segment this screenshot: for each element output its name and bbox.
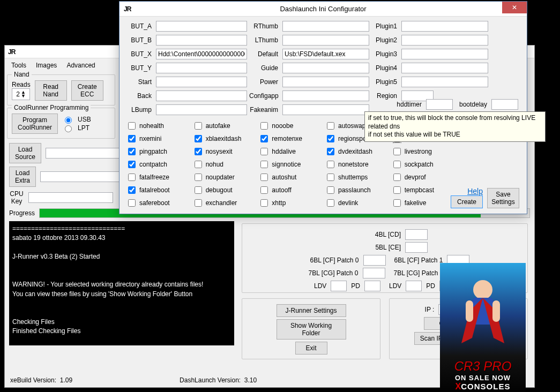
checkbox-fakelive[interactable]: fakelive — [391, 198, 454, 208]
path-label-but_a: BUT_A — [126, 22, 154, 30]
path-input-but_a[interactable] — [156, 21, 247, 32]
path-label-back: Back — [126, 92, 154, 100]
checkbox-devlink[interactable]: devlink — [325, 198, 388, 208]
jr-logo-icon: JR — [124, 5, 131, 13]
path-input-back[interactable] — [156, 91, 247, 101]
checkbox-xblaexitdash[interactable]: xblaexitdash — [192, 133, 256, 144]
path-input-lbump[interactable] — [156, 104, 247, 115]
checkbox-fatalreboot[interactable]: fatalreboot — [126, 185, 189, 195]
path-input-configapp[interactable] — [282, 91, 369, 101]
ldv1-input[interactable] — [406, 281, 422, 291]
checkbox-nonetstore[interactable]: nonetstore — [325, 159, 388, 170]
path-label-guide: Guide — [249, 64, 280, 72]
coolrunner-group: CoolRunner Programming Program CoolRunne… — [7, 108, 115, 139]
checkbox-livestrong[interactable]: livestrong — [391, 146, 454, 157]
path-input-rthumb[interactable] — [282, 21, 369, 32]
promo-brand: XCONSOLES — [456, 382, 511, 391]
save-settings-button[interactable]: Save Settings — [487, 188, 519, 208]
jrunner-settings-button[interactable]: J-Runner Settings — [277, 304, 346, 317]
4bl-input[interactable] — [405, 229, 428, 240]
path-input-but_x[interactable] — [156, 49, 247, 59]
show-folder-button[interactable]: Show Working Folder — [277, 319, 346, 340]
checkbox-dvdexitdash[interactable]: dvdexitdash — [325, 146, 388, 157]
path-label-but_x: BUT_X — [126, 50, 154, 58]
path-input-power[interactable] — [282, 77, 369, 87]
promo-title: CR3 PRO — [454, 359, 512, 374]
path-input-guide[interactable] — [282, 63, 369, 73]
svg-rect-2 — [466, 300, 473, 322]
load-extra-input[interactable] — [40, 171, 125, 182]
dashlaunch-title: Dashlaunch Ini Configurator — [280, 5, 366, 13]
usb-radio[interactable]: USB — [62, 115, 91, 124]
checkbox-debugout[interactable]: debugout — [192, 185, 256, 195]
close-button[interactable]: ✕ — [502, 2, 527, 13]
menu-tools[interactable]: Tools — [11, 62, 26, 69]
checkbox-noupdater[interactable]: noupdater — [192, 172, 256, 183]
7bl-p0-input[interactable] — [363, 268, 385, 278]
promo-banner: CR3 PRO ON SALE NOW XCONSOLES — [440, 263, 526, 392]
menu-images[interactable]: Images — [36, 62, 57, 69]
checkbox-nooobe[interactable]: nooobe — [258, 120, 322, 131]
checkbox-nxemini[interactable]: nxemini — [126, 133, 189, 144]
path-input-but_b[interactable] — [156, 35, 247, 46]
cpu-key-label: CPU Key — [9, 190, 24, 205]
jr-logo: JR — [8, 48, 15, 56]
exit-button[interactable]: Exit — [295, 342, 327, 355]
path-label-start: Start — [126, 78, 154, 86]
checkbox-devprof[interactable]: devprof — [391, 172, 454, 183]
checkbox-nosysexit[interactable]: nosysexit — [192, 146, 256, 157]
path-input-plugin1[interactable] — [401, 21, 488, 32]
pd0-input[interactable] — [364, 281, 380, 291]
path-input-plugin4[interactable] — [401, 63, 488, 73]
path-label-but_b: BUT_B — [126, 36, 154, 44]
menu-advanced[interactable]: Advanced — [66, 62, 95, 69]
checkbox-exchandler[interactable]: exchandler — [192, 198, 256, 208]
checkbox-pingpatch[interactable]: pingpatch — [126, 146, 189, 157]
checkbox-contpatch[interactable]: contpatch — [126, 159, 189, 170]
hero-graphic — [440, 263, 526, 349]
path-input-plugin3[interactable] — [401, 49, 488, 59]
path-input-but_y[interactable] — [156, 63, 247, 73]
path-input-plugin5[interactable] — [401, 77, 488, 87]
lpt-radio[interactable]: LPT — [62, 124, 91, 132]
checkbox-safereboot[interactable]: safereboot — [126, 198, 189, 208]
load-source-input[interactable] — [46, 148, 130, 159]
checkbox-xhttp[interactable]: xhttp — [258, 198, 322, 208]
checkbox-fatalfreeze[interactable]: fatalfreeze — [126, 172, 189, 183]
program-coolrunner-button[interactable]: Program CoolRunner — [12, 114, 58, 134]
path-input-default[interactable] — [282, 49, 369, 59]
ldv0-input[interactable] — [331, 281, 347, 291]
load-source-button[interactable]: Load Source — [9, 143, 41, 163]
6bl-p0-input[interactable] — [363, 255, 386, 266]
path-input-fakeanim[interactable] — [282, 104, 369, 115]
checkbox-hddalive[interactable]: hddalive — [258, 146, 322, 157]
cpu-key-input[interactable] — [28, 192, 113, 203]
checkbox-passlaunch[interactable]: passlaunch — [325, 185, 388, 195]
checkbox-autofake[interactable]: autofake — [192, 120, 256, 131]
checkbox-nohud[interactable]: nohud — [192, 159, 256, 170]
checkbox-remotenxe[interactable]: remotenxe — [258, 133, 322, 144]
reads-spinner[interactable]: 2 ▲▼ — [12, 88, 30, 100]
extra-input[interactable] — [491, 99, 518, 110]
checkbox-signnotice[interactable]: signnotice — [258, 159, 322, 170]
path-input-lthumb[interactable] — [282, 35, 369, 46]
checkbox-tempbcast[interactable]: tempbcast — [391, 185, 454, 195]
checkbox-shuttemps[interactable]: shuttemps — [325, 172, 388, 183]
path-input-plugin2[interactable] — [401, 35, 488, 46]
dashlaunch-window: JR Dashlaunch Ini Configurator ✕ BUT_ART… — [119, 1, 527, 214]
checkbox-nohealth[interactable]: nohealth — [126, 120, 189, 131]
create-ecc-button[interactable]: Create ECC — [71, 80, 103, 101]
checkbox-sockpatch[interactable]: sockpatch — [391, 159, 454, 170]
path-input-start[interactable] — [156, 77, 247, 87]
path-label-fakeanim: Fakeanim — [249, 106, 280, 114]
read-nand-button[interactable]: Read Nand — [35, 80, 67, 101]
path-label-lbump: LBump — [126, 106, 154, 114]
dashlaunch-titlebar: JR Dashlaunch Ini Configurator ✕ — [120, 2, 527, 17]
checkbox-autoshut[interactable]: autoshut — [258, 172, 322, 183]
help-link[interactable]: Help — [467, 187, 483, 195]
extra-input[interactable] — [426, 99, 453, 110]
5bl-input[interactable] — [405, 242, 428, 253]
create-button[interactable]: Create — [451, 195, 483, 208]
load-extra-button[interactable]: Load Extra — [9, 167, 36, 187]
checkbox-autooff[interactable]: autooff — [258, 185, 322, 195]
